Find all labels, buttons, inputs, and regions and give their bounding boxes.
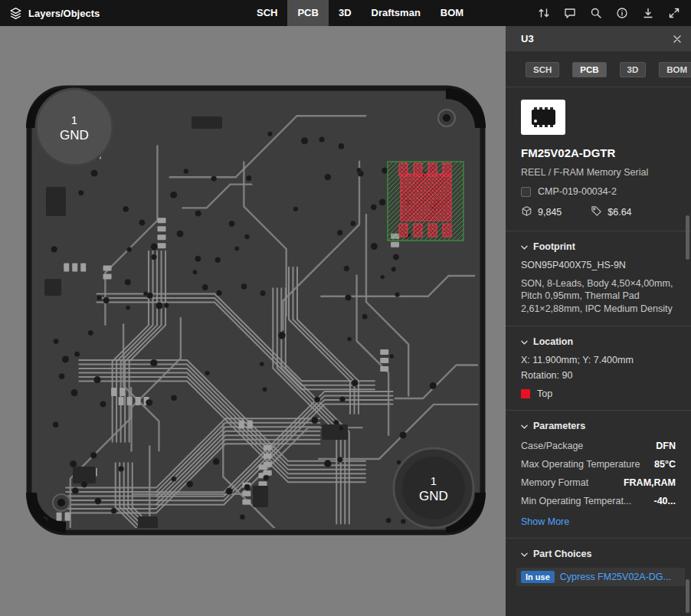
panel-header: U3 bbox=[506, 26, 691, 51]
panel-tab-3d[interactable]: 3D bbox=[620, 62, 647, 77]
layers-objects-label: Layers/Objects bbox=[28, 8, 100, 19]
in-use-badge: In use bbox=[521, 571, 555, 583]
footprint-section-header[interactable]: Footprint bbox=[506, 231, 691, 257]
close-icon[interactable] bbox=[673, 34, 682, 44]
section-title: Parameters bbox=[533, 421, 585, 431]
tab-bom[interactable]: BOM bbox=[431, 0, 473, 26]
location-section: Location X: 11.900mm; Y: 7.400mm Rotatio… bbox=[506, 326, 691, 410]
location-rotation: Rotation: 90 bbox=[506, 368, 691, 383]
parameter-label: Case/Package bbox=[521, 441, 583, 451]
panel-tab-pcb[interactable]: PCB bbox=[572, 62, 606, 77]
location-section-header[interactable]: Location bbox=[506, 326, 691, 352]
chip-icon bbox=[527, 104, 559, 130]
part-number: FM25V02A-DGTR bbox=[521, 146, 676, 159]
parameters-section: Parameters Case/Package DFN Max Operatin… bbox=[506, 411, 691, 538]
panel-tab-bom[interactable]: BOM bbox=[659, 62, 691, 77]
panel-title: U3 bbox=[521, 33, 534, 44]
tab-3d[interactable]: 3D bbox=[329, 0, 362, 26]
parameters-section-header[interactable]: Parameters bbox=[506, 411, 691, 437]
gnd-plane-top-left[interactable]: 1 GND bbox=[36, 89, 113, 165]
tab-pcb[interactable]: PCB bbox=[287, 0, 328, 26]
panel-tab-sch[interactable]: SCH bbox=[526, 62, 559, 77]
parameter-label: Memory Format bbox=[521, 477, 588, 488]
panel-scrollbar-thumb[interactable] bbox=[686, 579, 689, 613]
sort-arrows-icon[interactable] bbox=[537, 7, 550, 20]
selected-component-u3[interactable] bbox=[388, 162, 463, 241]
part-choices-section-header[interactable]: Part Choices bbox=[506, 539, 691, 565]
properties-panel: U3 SCH PCB 3D BOM bbox=[506, 26, 691, 616]
gnd-plane-bottom-right[interactable]: 1 GND bbox=[394, 448, 473, 528]
view-tabs: SCH PCB 3D Draftsman BOM bbox=[247, 0, 473, 26]
app-window: Layers/Objects SCH PCB 3D Draftsman BOM bbox=[0, 0, 691, 616]
part-choice-item[interactable]: In use Cypress FM25V02A-DG... bbox=[516, 568, 685, 586]
stock-count: 9,845 bbox=[538, 207, 562, 218]
component-thumbnail bbox=[521, 100, 565, 135]
section-title: Footprint bbox=[533, 241, 575, 252]
fullscreen-icon[interactable] bbox=[667, 7, 680, 20]
section-title: Location bbox=[533, 336, 573, 347]
parameter-value: DFN bbox=[656, 441, 676, 451]
parameter-row: Memory Format FRAM,RAM bbox=[506, 473, 691, 492]
info-icon[interactable] bbox=[615, 7, 628, 20]
download-icon[interactable] bbox=[641, 7, 654, 20]
gnd-label: GND bbox=[419, 489, 448, 503]
layers-icon bbox=[9, 7, 22, 20]
parameter-row: Min Operating Temperat... -40... bbox=[506, 492, 691, 510]
footprint-section: Footprint SON95P400X75_HS-9N SON, 8-Lead… bbox=[506, 231, 691, 326]
parameter-value: -40... bbox=[654, 496, 676, 506]
chevron-down-icon bbox=[521, 549, 528, 559]
parameter-label: Min Operating Temperat... bbox=[521, 496, 631, 506]
gnd-number: 1 bbox=[71, 113, 77, 126]
mounting-hole bbox=[438, 110, 455, 126]
price-tag-icon bbox=[591, 205, 602, 219]
location-coordinates: X: 11.900mm; Y: 7.400mm bbox=[506, 352, 691, 368]
comment-icon[interactable] bbox=[563, 7, 576, 20]
parameter-label: Max Operating Temperature bbox=[521, 459, 640, 470]
parameter-row: Case/Package DFN bbox=[506, 437, 691, 455]
part-choices-section: Part Choices In use Cypress FM25V02A-DG.… bbox=[506, 539, 691, 586]
topbar: Layers/Objects SCH PCB 3D Draftsman BOM bbox=[0, 0, 691, 26]
gnd-number: 1 bbox=[431, 474, 437, 487]
price-value: $6.64 bbox=[607, 207, 631, 218]
chevron-down-icon bbox=[521, 336, 528, 347]
section-title: Part Choices bbox=[533, 549, 591, 559]
parameter-value: 85°C bbox=[654, 459, 676, 470]
layer-name: Top bbox=[537, 388, 552, 399]
main-content: 1 GND 1 GND U3 bbox=[0, 26, 691, 616]
mounting-hole bbox=[53, 494, 70, 511]
tab-sch[interactable]: SCH bbox=[247, 0, 287, 26]
chevron-down-icon bbox=[521, 421, 528, 431]
footprint-description: SON, 8-Leads, Body 4,50×4,00mm, Pitch 0,… bbox=[506, 273, 691, 326]
panel-tabs: SCH PCB 3D BOM bbox=[506, 51, 691, 87]
part-description: REEL / F-RAM Memory Serial bbox=[521, 167, 676, 178]
cmp-checkbox[interactable] bbox=[521, 187, 531, 197]
layers-objects-toggle[interactable]: Layers/Objects bbox=[0, 7, 100, 20]
parameter-row: Max Operating Temperature 85°C bbox=[506, 455, 691, 473]
panel-body: FM25V02A-DGTR REEL / F-RAM Memory Serial… bbox=[506, 87, 691, 616]
panel-scrollbar-thumb[interactable] bbox=[686, 215, 689, 260]
pcb-canvas[interactable]: 1 GND 1 GND bbox=[0, 26, 506, 616]
cmp-id: CMP-019-00034-2 bbox=[538, 186, 617, 197]
layer-color-swatch bbox=[521, 389, 530, 398]
footprint-name: SON95P400X75_HS-9N bbox=[506, 257, 691, 273]
parameter-value: FRAM,RAM bbox=[624, 477, 676, 488]
show-more-link[interactable]: Show More bbox=[506, 510, 691, 538]
gnd-label: GND bbox=[60, 128, 89, 143]
tab-draftsman[interactable]: Draftsman bbox=[362, 0, 431, 26]
stock-cube-icon bbox=[521, 205, 532, 219]
topbar-actions bbox=[537, 7, 691, 20]
pcb-drawing: 1 GND 1 GND bbox=[0, 26, 506, 616]
chevron-down-icon bbox=[521, 241, 528, 252]
part-choice-link[interactable]: Cypress FM25V02A-DG... bbox=[560, 572, 671, 582]
search-icon[interactable] bbox=[589, 7, 602, 20]
